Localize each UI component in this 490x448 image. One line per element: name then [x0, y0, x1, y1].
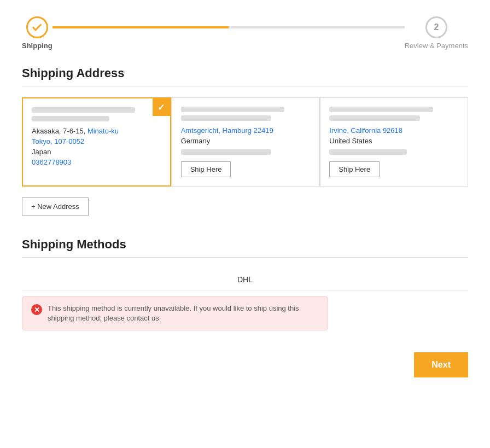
ship-here-button-2[interactable]: Ship Here: [181, 161, 231, 177]
address-line-1-3: Japan: [32, 148, 161, 156]
address-line-2-2: Germany: [181, 137, 311, 145]
shipping-method-dhl: DHL: [22, 269, 468, 291]
step-shipping-label: Shipping: [22, 42, 52, 50]
error-x-icon: ✕: [34, 306, 40, 314]
footer-actions: Next: [22, 352, 468, 377]
address-name2-blurred-2: [181, 115, 272, 121]
step-review-number: 2: [434, 22, 439, 32]
new-address-button[interactable]: + New Address: [22, 197, 89, 216]
step-shipping-circle: [26, 16, 48, 38]
shipping-address-title: Shipping Address: [22, 66, 468, 80]
step-line-2: [229, 26, 405, 28]
error-icon: ✕: [31, 304, 42, 315]
selected-check-icon: ✓: [158, 102, 165, 113]
address-line-2-1: Amtsgericht, Hamburg 22419: [181, 126, 311, 135]
shipping-error-box: ✕ This shipping method is currently unav…: [22, 296, 328, 330]
step-review: 2 Review & Payments: [405, 16, 468, 50]
step-line-1: [52, 26, 229, 28]
step-shipping: Shipping: [22, 16, 52, 50]
address-card-2: Amtsgericht, Hamburg 22419 Germany Ship …: [172, 97, 320, 187]
address-name-blurred-2: [181, 107, 284, 112]
address-line-3-2: United States: [329, 137, 459, 145]
selected-badge: ✓: [153, 98, 170, 116]
shipping-methods-section: Shipping Methods DHL ✕ This shipping met…: [22, 237, 468, 330]
address-phone-blurred-2: [181, 149, 272, 155]
section-divider-2: [22, 257, 468, 258]
shipping-address-section: Shipping Address ✓ Akasaka, 7-6-15, Mina…: [22, 66, 468, 237]
address-line-3-1: Irvine, California 92618: [329, 126, 459, 135]
address-line-1-1: Akasaka, 7-6-15, Minato-ku: [32, 127, 161, 135]
step-review-label: Review & Payments: [405, 42, 468, 50]
address-card-3: Irvine, California 92618 United States S…: [320, 97, 468, 187]
address-name-blurred-3: [329, 107, 433, 112]
ship-here-button-3[interactable]: Ship Here: [329, 161, 380, 177]
address-name2-blurred-1: [32, 116, 109, 121]
section-divider-1: [22, 86, 468, 86]
address-card-1: ✓ Akasaka, 7-6-15, Minato-ku Tokyo, 107-…: [22, 97, 171, 187]
shipping-methods-title: Shipping Methods: [22, 237, 468, 252]
address-name-blurred-1: [32, 107, 135, 113]
checkout-stepper: Shipping 2 Review & Payments: [22, 11, 468, 50]
step-review-circle: 2: [425, 16, 447, 38]
address-phone-1: 0362778903: [32, 158, 161, 166]
address-phone-blurred-3: [329, 149, 407, 155]
shipping-error-text: This shipping method is currently unavai…: [48, 304, 319, 323]
shipping-method-dhl-name: DHL: [237, 275, 253, 284]
address-name2-blurred-3: [329, 115, 420, 121]
address-line-1-2: Tokyo, 107-0052: [32, 137, 161, 146]
address-cards-container: ✓ Akasaka, 7-6-15, Minato-ku Tokyo, 107-…: [22, 97, 468, 187]
next-button[interactable]: Next: [414, 352, 468, 377]
check-icon: [32, 21, 42, 31]
